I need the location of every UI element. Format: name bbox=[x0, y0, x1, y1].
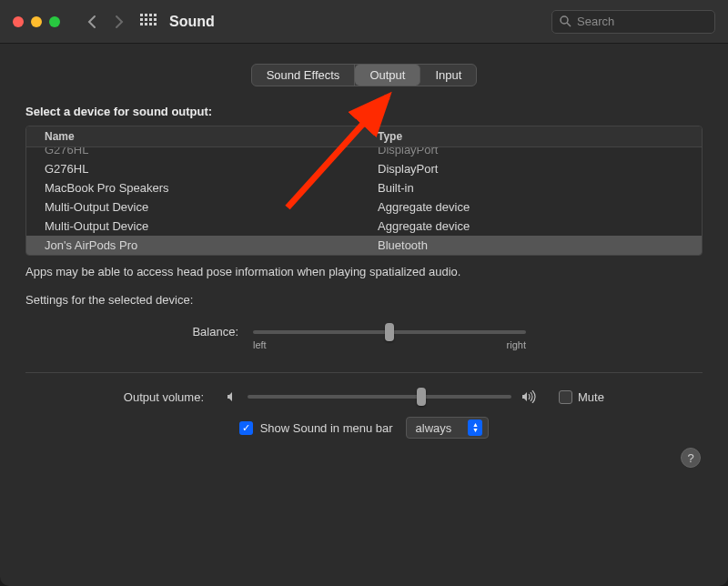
volume-high-icon bbox=[521, 390, 537, 403]
volume-thumb[interactable] bbox=[417, 388, 426, 406]
device-type: Aggregate device bbox=[372, 219, 702, 233]
table-row[interactable]: Multi-Output DeviceAggregate device bbox=[26, 217, 702, 236]
device-name: Jon's AirPods Pro bbox=[26, 238, 372, 252]
device-type: DisplayPort bbox=[372, 147, 702, 157]
table-row[interactable]: Multi-Output DeviceAggregate device bbox=[26, 197, 702, 217]
tab-sound-effects[interactable]: Sound Effects bbox=[252, 65, 356, 86]
volume-low-icon bbox=[226, 390, 238, 403]
mute-checkbox[interactable] bbox=[559, 390, 572, 404]
device-type: Aggregate device bbox=[372, 200, 702, 214]
device-name: Multi-Output Device bbox=[26, 200, 372, 214]
balance-left-label: left bbox=[253, 339, 267, 350]
tab-output[interactable]: Output bbox=[355, 65, 420, 86]
output-volume-row: Output volume: Mute bbox=[25, 388, 703, 406]
output-device-table: Name Type G276HLDisplayPortG276HLDisplay… bbox=[25, 126, 703, 256]
search-input[interactable]: Search bbox=[551, 10, 715, 34]
balance-right-label: right bbox=[507, 339, 526, 350]
table-header: Name Type bbox=[26, 126, 702, 147]
column-type: Type bbox=[372, 130, 702, 143]
show-in-menubar-label: Show Sound in menu bar bbox=[260, 421, 393, 435]
show-in-menubar-checkbox[interactable]: ✓ bbox=[239, 421, 253, 435]
minimize-window-button[interactable] bbox=[31, 16, 42, 27]
device-name: Multi-Output Device bbox=[26, 219, 372, 233]
device-type: Bluetooth bbox=[372, 238, 702, 252]
output-volume-label: Output volume: bbox=[25, 390, 217, 404]
balance-slider[interactable]: left right bbox=[253, 323, 526, 350]
device-name: G276HL bbox=[26, 162, 372, 176]
mute-label: Mute bbox=[578, 390, 604, 404]
forward-button[interactable] bbox=[109, 12, 129, 32]
balance-thumb[interactable] bbox=[385, 323, 394, 341]
balance-label: Balance: bbox=[25, 323, 253, 338]
titlebar: Sound Search bbox=[0, 0, 728, 44]
select-value: always bbox=[416, 421, 452, 435]
tab-input[interactable]: Input bbox=[420, 65, 476, 86]
window-title: Sound bbox=[169, 14, 215, 30]
device-type: Built-in bbox=[372, 181, 702, 195]
help-button[interactable]: ? bbox=[681, 448, 701, 468]
device-type: DisplayPort bbox=[372, 162, 702, 176]
table-row[interactable]: G276HLDisplayPort bbox=[26, 147, 702, 159]
fullscreen-window-button[interactable] bbox=[49, 16, 60, 27]
device-name: G276HL bbox=[26, 147, 372, 157]
device-settings-label: Settings for the selected device: bbox=[25, 293, 703, 307]
traffic-lights bbox=[13, 16, 60, 27]
output-volume-slider[interactable] bbox=[248, 388, 511, 406]
show-all-prefs-button[interactable] bbox=[140, 14, 157, 30]
svg-point-0 bbox=[561, 16, 568, 24]
table-row[interactable]: Jon's AirPods ProBluetooth bbox=[26, 236, 702, 255]
device-name: MacBook Pro Speakers bbox=[26, 181, 372, 195]
table-row[interactable]: G276HLDisplayPort bbox=[26, 159, 702, 178]
divider bbox=[25, 372, 703, 373]
tabs: Sound Effects Output Input bbox=[25, 64, 703, 86]
column-name: Name bbox=[26, 130, 372, 143]
back-button[interactable] bbox=[82, 12, 102, 32]
sound-preferences-window: Sound Search Sound Effects Output Input … bbox=[0, 0, 728, 586]
close-window-button[interactable] bbox=[13, 16, 24, 27]
menubar-visibility-select[interactable]: always ▲▼ bbox=[406, 417, 490, 439]
spatial-audio-footnote: Apps may be able to access head pose inf… bbox=[25, 265, 703, 278]
balance-row: Balance: left right bbox=[25, 323, 703, 350]
search-placeholder: Search bbox=[577, 15, 614, 28]
output-device-section-label: Select a device for sound output: bbox=[25, 105, 703, 118]
table-row[interactable]: MacBook Pro SpeakersBuilt-in bbox=[26, 178, 702, 197]
menubar-row: ✓ Show Sound in menu bar always ▲▼ bbox=[25, 417, 703, 450]
search-icon bbox=[560, 15, 571, 27]
svg-line-1 bbox=[567, 23, 571, 26]
chevron-updown-icon: ▲▼ bbox=[468, 419, 482, 436]
